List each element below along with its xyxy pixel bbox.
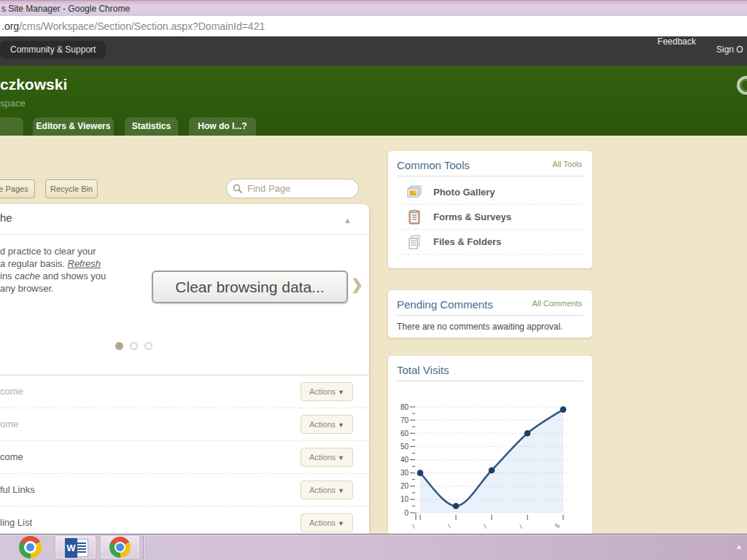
actions-button[interactable]: Actions — [301, 415, 353, 434]
page-row: come Actions — [0, 376, 369, 408]
signout-clip: Sign O — [667, 44, 747, 58]
tool-list: Photo Gallery Forms & Surveys — [397, 180, 584, 254]
svg-text:70: 70 — [400, 416, 409, 424]
page-link[interactable]: come — [0, 386, 23, 397]
caret-down-icon — [338, 520, 344, 527]
no-comments-text: There are no comments awaiting approval. — [397, 322, 562, 332]
carousel-dot-1[interactable] — [115, 342, 123, 350]
actions-button[interactable]: Actions — [301, 481, 353, 499]
url-domain: .org — [1, 20, 19, 32]
sign-out-link[interactable]: Sign O — [716, 44, 743, 55]
recycle-bin-button[interactable]: Recycle Bin — [45, 179, 98, 198]
chrome-taskbar-button[interactable] — [100, 535, 140, 559]
taskbar-separator — [143, 535, 144, 559]
page-link[interactable]: come — [0, 451, 23, 462]
url-path: /cms/Workspace/Section/Section.aspx?Doma… — [19, 20, 265, 32]
total-visits-title: Total Visits — [397, 364, 449, 376]
caret-down-icon — [338, 487, 344, 494]
carousel-dot-2[interactable] — [130, 342, 138, 350]
search-icon — [233, 184, 243, 194]
url-text: .org/cms/Workspace/Section/Section.aspx?… — [1, 20, 265, 32]
community-support-tab[interactable]: Community & Support — [0, 41, 106, 58]
clear-browsing-data-button[interactable]: Clear browsing data... — [152, 271, 348, 303]
svg-text:/: / — [482, 523, 489, 530]
svg-text:50: 50 — [400, 443, 409, 451]
cache-line4: any browser. — [0, 283, 54, 294]
photo-gallery-icon — [406, 184, 423, 201]
cache-section-heading: he — [0, 211, 12, 224]
page-row: ful Links Actions — [0, 474, 369, 507]
all-tools-link[interactable]: All Tools — [552, 160, 582, 168]
section-tabs: Editors & Viewers Statistics How do I...… — [0, 117, 747, 136]
tool-label: Photo Gallery — [433, 187, 495, 198]
screen: s Site Manager - Google Chrome .org/cms/… — [0, 0, 747, 560]
tab-partial[interactable] — [0, 117, 23, 136]
cache-line3c: and shows you — [40, 271, 106, 281]
cache-line2a: a regular basis. — [0, 258, 68, 269]
forms-surveys-icon — [406, 209, 423, 226]
actions-button[interactable]: Actions — [301, 513, 353, 532]
tool-label: Files & Folders — [433, 236, 501, 247]
panel-divider — [397, 381, 584, 381]
cache-help-text: d practice to clear your a regular basis… — [0, 245, 139, 295]
find-page-search[interactable] — [226, 179, 359, 198]
actions-label: Actions — [309, 420, 336, 429]
all-comments-link[interactable]: All Comments — [533, 299, 582, 308]
svg-text:5: 5 — [554, 522, 561, 530]
tab-statistics[interactable]: Statistics — [125, 117, 178, 136]
refresh-link[interactable]: Refresh — [68, 258, 101, 269]
carousel-dot-3[interactable] — [144, 342, 152, 350]
window-titlebar[interactable]: s Site Manager - Google Chrome — [0, 0, 747, 16]
total-visits-panel: Total Visits 01020304050607080////5 — [388, 356, 592, 538]
page-link[interactable]: ling List — [0, 517, 32, 528]
actions-label: Actions — [309, 486, 336, 494]
common-tools-panel: Common Tools All Tools Photo Gallery — [388, 151, 592, 268]
pending-comments-title: Pending Comments — [397, 298, 493, 311]
svg-text:/: / — [446, 523, 453, 530]
page-row: ome Actions — [0, 408, 369, 441]
windows-taskbar: W — [0, 534, 747, 560]
window-title: s Site Manager - Google Chrome — [1, 4, 130, 14]
svg-text:60: 60 — [400, 429, 409, 438]
url-bar[interactable]: .org/cms/Workspace/Section/Section.aspx?… — [0, 16, 747, 36]
site-pages-button[interactable]: te Pages — [0, 179, 35, 198]
section-header: czkowski space Editors & Viewers Statist… — [0, 66, 747, 136]
carousel-next-icon[interactable] — [351, 276, 363, 293]
tool-item-forms-surveys[interactable]: Forms & Surveys — [397, 205, 584, 230]
actions-button[interactable]: Actions — [301, 448, 353, 467]
caret-down-icon — [338, 421, 344, 429]
tool-item-photo-gallery[interactable]: Photo Gallery — [397, 180, 584, 205]
pending-comments-panel: Pending Comments All Comments There are … — [388, 290, 592, 338]
line-chart: 01020304050607080////5 — [394, 388, 587, 537]
word-taskbar-button[interactable]: W — [55, 535, 96, 559]
carousel-dots — [115, 342, 159, 351]
svg-text:30: 30 — [400, 469, 409, 477]
page-link[interactable]: ful Links — [0, 484, 35, 495]
app-topbar: Community & Support Feedback Sign O — [0, 36, 747, 66]
page-list: come Actions ome Actions come Actions fu… — [0, 376, 369, 540]
workspace-panel: he d practice to clear your a regular ba… — [0, 204, 369, 544]
page-link[interactable]: ome — [0, 419, 18, 429]
svg-text:0: 0 — [404, 509, 409, 517]
panel-divider — [0, 234, 369, 235]
section-owner-name: czkowski — [0, 76, 67, 93]
collapse-arrow-icon[interactable] — [344, 216, 352, 225]
panel-divider — [397, 315, 584, 316]
tab-how-do-i[interactable]: How do I...? — [189, 117, 256, 136]
tool-item-files-folders[interactable]: Files & Folders — [397, 230, 584, 254]
tab-editors-viewers[interactable]: Editors & Viewers — [33, 117, 114, 136]
actions-button[interactable]: Actions — [301, 382, 353, 401]
tool-label: Forms & Surveys — [433, 211, 511, 222]
section-subtitle: space — [0, 98, 26, 109]
svg-text:40: 40 — [400, 456, 409, 464]
caret-down-icon — [338, 389, 344, 396]
chrome-icon — [109, 537, 131, 558]
svg-text:/: / — [518, 523, 525, 530]
svg-text:80: 80 — [400, 403, 409, 411]
chrome-taskbar-icon[interactable] — [19, 536, 42, 559]
caret-down-icon — [338, 454, 344, 462]
actions-label: Actions — [309, 387, 336, 396]
find-page-input[interactable] — [247, 182, 354, 195]
page-row: come Actions — [0, 441, 369, 474]
show-hidden-icons-icon[interactable] — [735, 542, 743, 551]
